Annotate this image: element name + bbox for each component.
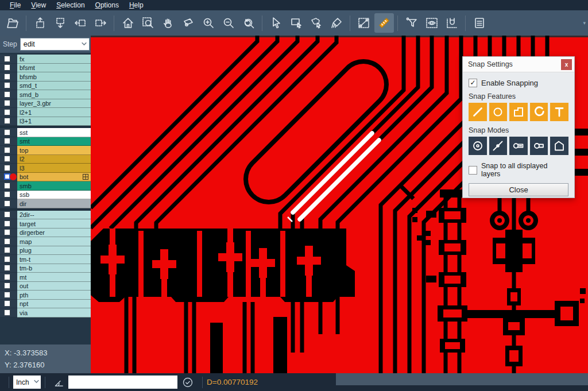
angle-measure-icon[interactable] — [53, 376, 65, 389]
layer-visibility-checkbox[interactable] — [4, 229, 10, 235]
layer-visibility-checkbox[interactable] — [4, 91, 10, 98]
snap-magnet-button[interactable] — [442, 13, 462, 33]
layer-visibility-checkbox[interactable] — [4, 64, 10, 71]
layer-name[interactable]: tm-t — [17, 255, 91, 264]
enable-snapping-checkbox[interactable]: ✓ — [469, 79, 477, 87]
units-select[interactable]: Inch — [13, 375, 41, 389]
report-button[interactable] — [470, 13, 489, 33]
menu-view[interactable]: View — [26, 0, 51, 10]
layer-row-l3+1[interactable]: l3+1 — [0, 117, 91, 126]
layer-row-via[interactable]: via — [0, 308, 91, 318]
layer-visibility-checkbox[interactable] — [4, 118, 10, 124]
layer-name[interactable]: tm-b — [17, 264, 91, 273]
ruler-button[interactable] — [374, 13, 394, 33]
layer-name[interactable]: l3+1 — [17, 117, 91, 126]
toolbar-overflow-chevron[interactable]: ▾ — [583, 20, 586, 26]
zoom-out-button[interactable] — [219, 13, 238, 33]
zoom-polygon-button[interactable] — [179, 13, 198, 33]
layer-name[interactable]: ssb — [17, 191, 91, 200]
layer-visibility-checkbox[interactable] — [4, 292, 10, 298]
import-top-button[interactable] — [30, 13, 50, 33]
layer-visibility-checkbox[interactable] — [4, 211, 10, 218]
layer-name[interactable]: l2+1 — [17, 108, 91, 117]
layer-visibility-checkbox[interactable] — [4, 274, 10, 280]
measure-input[interactable] — [68, 375, 177, 389]
layer-visibility-checkbox[interactable] — [4, 183, 10, 189]
layer-visibility-checkbox[interactable] — [4, 82, 10, 88]
layer-name[interactable]: dirgerber — [17, 229, 91, 238]
layer-row-smb[interactable]: smb — [0, 181, 91, 191]
layer-name[interactable]: map — [17, 237, 91, 246]
layer-visibility-checkbox[interactable] — [4, 309, 10, 316]
layer-visibility-checkbox[interactable] — [4, 200, 10, 207]
snap-mode-point-button[interactable] — [489, 137, 508, 155]
select-polygon-button[interactable] — [307, 13, 326, 33]
layer-name[interactable]: plug — [17, 246, 91, 255]
layer-row-plug[interactable]: plug — [0, 246, 91, 255]
layer-name[interactable]: top — [17, 146, 91, 155]
close-icon[interactable]: x — [561, 59, 572, 70]
layer-visibility-checkbox[interactable] — [4, 73, 10, 80]
dialog-title-bar[interactable]: Snap Settings x — [463, 57, 574, 72]
step-select[interactable]: edit — [20, 38, 90, 51]
snap-mode-keyhole-button[interactable] — [530, 137, 548, 155]
snap-all-layers-row[interactable]: Snap to all displayed layers — [469, 162, 568, 178]
brush-button[interactable] — [327, 13, 346, 33]
layer-visibility-checkbox[interactable] — [4, 265, 10, 271]
layer-row-sst[interactable]: sst — [0, 128, 91, 137]
menu-selection[interactable]: Selection — [51, 0, 90, 10]
layer-visibility-checkbox[interactable] — [4, 129, 10, 136]
filter-button[interactable] — [402, 13, 421, 33]
layer-row-fx[interactable]: fx — [0, 55, 91, 64]
layer-row-l3[interactable]: l3 — [0, 164, 91, 173]
pan-hand-button[interactable] — [158, 13, 178, 33]
select-rectangle-button[interactable] — [287, 13, 306, 33]
import-right-button[interactable] — [91, 13, 110, 33]
home-button[interactable] — [118, 13, 138, 33]
layer-name[interactable]: out — [17, 282, 91, 291]
select-pointer-button[interactable] — [266, 13, 286, 33]
measure-distance-button[interactable] — [354, 13, 374, 33]
layer-visibility-checkbox[interactable] — [4, 238, 10, 245]
layer-visibility-checkbox[interactable] — [4, 100, 10, 106]
layer-visibility-checkbox[interactable] — [4, 147, 10, 153]
layer-name[interactable]: via — [17, 308, 91, 318]
layer-visibility-checkbox[interactable] — [4, 156, 10, 162]
layer-row-dir[interactable]: dir — [0, 199, 91, 208]
layer-name[interactable]: bfsmb — [17, 72, 91, 82]
layer-name[interactable]: 2dir-- — [17, 211, 91, 220]
menu-file[interactable]: File — [5, 0, 26, 10]
layer-visibility-checkbox[interactable] — [4, 165, 10, 171]
layer-name[interactable]: l3 — [17, 164, 91, 173]
apply-check-icon[interactable] — [182, 377, 194, 388]
menu-options[interactable]: Options — [90, 0, 124, 10]
layer-row-mt[interactable]: mt — [0, 273, 91, 282]
layer-row-dirgerber[interactable]: dirgerber — [0, 229, 91, 238]
layer-name[interactable]: l2 — [17, 155, 91, 164]
layer-name[interactable]: target — [17, 219, 91, 229]
layer-row-out[interactable]: out — [0, 282, 91, 291]
layer-visibility-checkbox[interactable] — [4, 220, 10, 227]
view-eye-button[interactable] — [422, 13, 442, 33]
layer-row-map[interactable]: map — [0, 237, 91, 246]
layer-name[interactable]: bot — [17, 173, 91, 182]
snap-feature-circle-button[interactable] — [489, 103, 508, 121]
layer-visibility-checkbox[interactable] — [4, 256, 10, 262]
import-left-button[interactable] — [71, 13, 90, 33]
layer-row-top[interactable]: top — [0, 146, 91, 155]
layer-row-ssb[interactable]: ssb — [0, 191, 91, 200]
snap-feature-text-button[interactable] — [550, 103, 568, 121]
layer-name[interactable]: smd_t — [17, 82, 91, 91]
zoom-window-button[interactable] — [138, 13, 158, 33]
import-bottom-button[interactable] — [51, 13, 70, 33]
layer-name[interactable]: smb — [17, 181, 91, 191]
layer-row-tm-b[interactable]: tm-b — [0, 264, 91, 273]
layer-name[interactable]: mt — [17, 273, 91, 282]
layer-row-smd_b[interactable]: smd_b — [0, 90, 91, 99]
layer-name[interactable]: npt — [17, 300, 91, 309]
layer-name[interactable]: smd_b — [17, 90, 91, 99]
close-button[interactable]: Close — [469, 183, 568, 196]
layer-name[interactable]: sst — [17, 128, 91, 137]
layer-visibility-checkbox[interactable] — [4, 300, 10, 307]
layer-name[interactable]: dir — [17, 199, 91, 208]
